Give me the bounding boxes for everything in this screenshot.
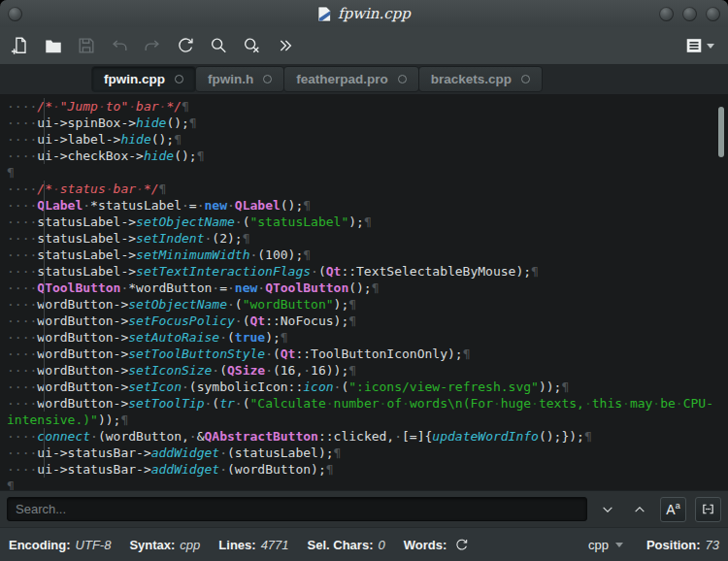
tab-featherpad-pro[interactable]: featherpad.pro — [283, 66, 419, 92]
titlebar: fpwin.cpp — [0, 0, 728, 27]
indent-whitespace-dots: ···· — [7, 198, 37, 213]
code-line: ····/*·status·bar·*/¶ — [7, 181, 728, 197]
code-line: ····statusLabel->setObjectName·("statusL… — [7, 214, 728, 230]
status-label: Words: — [404, 538, 447, 552]
minimize-button[interactable] — [659, 7, 674, 21]
double-chevron-icon — [275, 36, 294, 55]
open-file-button[interactable] — [43, 35, 64, 56]
position-value: 73 — [706, 538, 719, 552]
pilcrow-mark: ¶ — [348, 314, 356, 328]
indent-whitespace-dots: ···· — [7, 297, 37, 312]
status-label: Encoding: — [9, 538, 71, 552]
indent-whitespace-dots: ···· — [7, 231, 37, 246]
code-line: ····ui->statusBar->addWidget·(wordButton… — [7, 461, 728, 478]
open-folder-icon — [44, 36, 63, 55]
status-item-words: Words: — [404, 538, 470, 552]
pilcrow-mark: ¶ — [243, 231, 250, 246]
code-line: ····ui->spinBox->hide();¶ — [7, 115, 728, 131]
search-button[interactable] — [208, 35, 229, 56]
indent-whitespace-dots: ···· — [7, 214, 37, 229]
indent-guide-line — [44, 98, 45, 115]
pilcrow-mark: ¶ — [7, 478, 15, 490]
indent-guide-line — [44, 346, 45, 362]
close-button[interactable] — [706, 7, 720, 21]
indent-whitespace-dots: ···· — [7, 280, 37, 295]
status-item-encoding: Encoding:UTF-8 — [9, 538, 111, 552]
code-line: ····connect·(wordButton,·&QAbstractButto… — [7, 428, 728, 445]
indent-guide-line — [44, 461, 45, 478]
status-value: cpp — [180, 538, 200, 552]
status-label: Lines: — [218, 538, 255, 552]
pilcrow-mark: ¶ — [303, 248, 311, 262]
whole-word-button[interactable] — [695, 497, 721, 522]
code-line: ····/*·"Jump·to"·bar·*/¶ — [7, 98, 728, 115]
search-icon — [209, 36, 228, 55]
tab-close-icon[interactable] — [521, 75, 530, 83]
tab-label: fpwin.h — [208, 72, 253, 86]
indent-whitespace-dots: ···· — [7, 264, 37, 279]
indent-whitespace-dots: ···· — [7, 148, 37, 163]
indent-guide-line — [44, 148, 45, 164]
toolbar — [0, 27, 728, 64]
tab-close-icon[interactable] — [263, 75, 272, 83]
pilcrow-mark: ¶ — [174, 132, 182, 147]
new-file-icon — [11, 36, 30, 55]
indent-guide-line — [44, 131, 45, 148]
window-title-area: fpwin.cpp — [0, 0, 728, 27]
tab-fpwin-h[interactable]: fpwin.h — [195, 66, 284, 92]
tab-label: brackets.cpp — [431, 72, 512, 86]
tab-close-icon[interactable] — [398, 75, 407, 83]
code-line: ····wordButton->setIcon·(symbolicIcon::i… — [7, 379, 728, 395]
search-bar: Aa — [0, 490, 728, 527]
match-case-button[interactable]: Aa — [660, 497, 686, 522]
word-count-refresh-button[interactable] — [454, 538, 469, 552]
pilcrow-mark: ¶ — [348, 363, 356, 378]
pilcrow-mark: ¶ — [584, 429, 592, 444]
pilcrow-mark: ¶ — [120, 412, 128, 427]
find-next-button[interactable] — [596, 498, 619, 521]
find-previous-button[interactable] — [628, 498, 651, 521]
tab-brackets-cpp[interactable]: brackets.cpp — [418, 66, 543, 92]
tab-label: featherpad.pro — [296, 72, 388, 86]
window-title: fpwin.cpp — [338, 5, 411, 22]
code-line: ····statusLabel->setMinimumWidth·(100);¶ — [7, 247, 728, 263]
find-replace-button[interactable] — [241, 35, 262, 56]
indent-guide-line — [44, 395, 45, 412]
indent-whitespace-dots: ···· — [7, 346, 37, 361]
indent-guide-line — [44, 445, 45, 461]
search-input[interactable] — [7, 497, 587, 521]
code-line: ····wordButton->setToolButtonStyle·(Qt::… — [7, 346, 728, 362]
tab-fpwin-cpp[interactable]: fpwin.cpp — [91, 66, 196, 92]
maximize-button[interactable] — [682, 7, 697, 21]
chevron-down-icon — [615, 543, 623, 547]
main-menu-button[interactable] — [684, 36, 714, 55]
indent-guide-line — [44, 214, 45, 230]
indent-whitespace-dots: ···· — [7, 446, 37, 460]
indent-whitespace-dots: ···· — [7, 363, 37, 378]
pilcrow-mark: ¶ — [531, 264, 539, 279]
code-line: ····QLabel·*statusLabel·=·new·QLabel();¶ — [7, 197, 728, 214]
tab-close-icon[interactable] — [175, 75, 183, 83]
indent-whitespace-dots: ···· — [7, 99, 37, 114]
window-menu-button[interactable] — [8, 7, 22, 21]
indent-whitespace-dots: ···· — [7, 116, 37, 130]
indent-whitespace-dots: ···· — [7, 396, 37, 411]
tab-label: fpwin.cpp — [104, 72, 165, 86]
reload-button[interactable] — [175, 35, 196, 56]
refresh-icon — [454, 538, 469, 552]
pilcrow-mark: ¶ — [303, 198, 311, 213]
code-editor[interactable]: ····/*·"Jump·to"·bar·*/¶····ui->spinBox-… — [0, 94, 728, 490]
tabbar: fpwin.cppfpwin.hfeatherpad.probrackets.c… — [0, 64, 728, 94]
indent-whitespace-dots: ···· — [7, 248, 37, 262]
undo-button — [109, 35, 130, 56]
code-line: ····statusLabel->setTextInteractionFlags… — [7, 263, 728, 280]
indent-guide-line — [44, 280, 45, 296]
indent-guide-line — [44, 197, 45, 214]
pilcrow-mark: ¶ — [334, 446, 342, 460]
syntax-selector-combo[interactable]: cpp — [588, 538, 623, 552]
statusbar-right: cpp Position: 73 — [588, 538, 719, 552]
indent-guide-line — [44, 247, 45, 263]
indent-whitespace-dots: ···· — [7, 132, 37, 147]
more-tools-button[interactable] — [274, 35, 295, 56]
new-file-button[interactable] — [10, 35, 31, 56]
